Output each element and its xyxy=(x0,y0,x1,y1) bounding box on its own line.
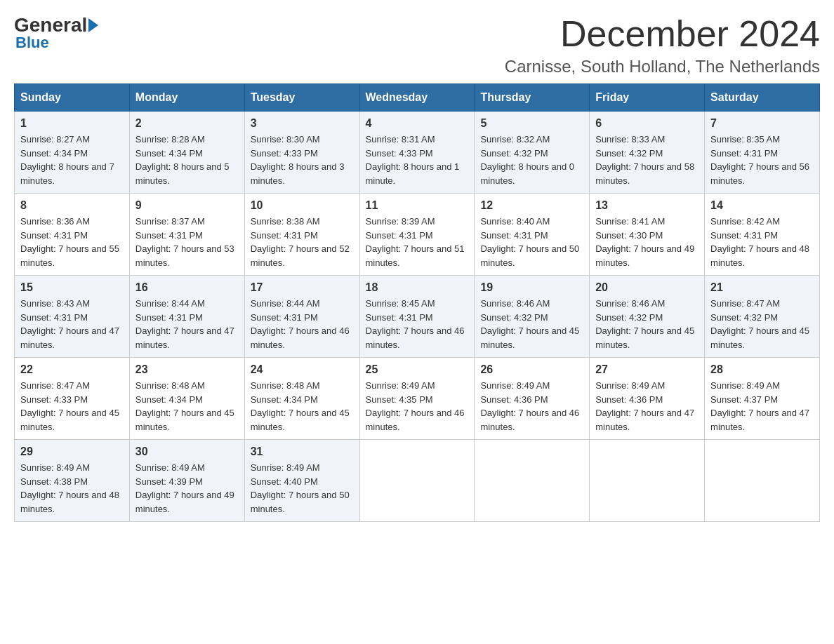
calendar-cell: 13 Sunrise: 8:41 AM Sunset: 4:30 PM Dayl… xyxy=(590,194,705,276)
month-title: December 2024 xyxy=(505,14,820,54)
day-info: Sunrise: 8:39 AM Sunset: 4:31 PM Dayligh… xyxy=(366,215,469,269)
day-number: 7 xyxy=(710,117,814,130)
day-info: Sunrise: 8:49 AM Sunset: 4:36 PM Dayligh… xyxy=(595,379,699,434)
calendar-week-row: 8 Sunrise: 8:36 AM Sunset: 4:31 PM Dayli… xyxy=(15,194,820,276)
day-info: Sunrise: 8:48 AM Sunset: 4:34 PM Dayligh… xyxy=(251,379,354,434)
day-info: Sunrise: 8:49 AM Sunset: 4:36 PM Dayligh… xyxy=(480,379,583,434)
page-header: General Blue December 2024 Carnisse, Sou… xyxy=(14,14,820,76)
day-number: 5 xyxy=(480,117,583,130)
day-info: Sunrise: 8:41 AM Sunset: 4:30 PM Dayligh… xyxy=(595,215,699,269)
calendar-cell: 14 Sunrise: 8:42 AM Sunset: 4:31 PM Dayl… xyxy=(705,194,820,276)
header-wednesday: Wednesday xyxy=(359,84,475,112)
calendar-cell: 31 Sunrise: 8:49 AM Sunset: 4:40 PM Dayl… xyxy=(244,440,359,522)
day-info: Sunrise: 8:49 AM Sunset: 4:37 PM Dayligh… xyxy=(710,379,814,434)
day-number: 29 xyxy=(20,445,124,458)
header-friday: Friday xyxy=(590,84,705,112)
day-number: 21 xyxy=(710,281,814,294)
day-info: Sunrise: 8:27 AM Sunset: 4:34 PM Dayligh… xyxy=(20,133,124,187)
calendar-cell: 28 Sunrise: 8:49 AM Sunset: 4:37 PM Dayl… xyxy=(705,358,820,440)
calendar-cell: 19 Sunrise: 8:46 AM Sunset: 4:32 PM Dayl… xyxy=(475,276,590,358)
day-number: 6 xyxy=(595,117,699,130)
calendar-cell: 8 Sunrise: 8:36 AM Sunset: 4:31 PM Dayli… xyxy=(15,194,130,276)
day-number: 16 xyxy=(135,281,239,294)
day-number: 23 xyxy=(135,363,239,376)
day-number: 9 xyxy=(135,199,239,212)
header-sunday: Sunday xyxy=(15,84,130,112)
calendar-week-row: 15 Sunrise: 8:43 AM Sunset: 4:31 PM Dayl… xyxy=(15,276,820,358)
day-number: 28 xyxy=(710,363,814,376)
calendar-cell xyxy=(475,440,590,522)
day-info: Sunrise: 8:46 AM Sunset: 4:32 PM Dayligh… xyxy=(595,297,699,351)
calendar-cell: 17 Sunrise: 8:44 AM Sunset: 4:31 PM Dayl… xyxy=(244,276,359,358)
header-saturday: Saturday xyxy=(705,84,820,112)
calendar-cell: 20 Sunrise: 8:46 AM Sunset: 4:32 PM Dayl… xyxy=(590,276,705,358)
calendar-cell: 5 Sunrise: 8:32 AM Sunset: 4:32 PM Dayli… xyxy=(475,112,590,194)
calendar-cell: 11 Sunrise: 8:39 AM Sunset: 4:31 PM Dayl… xyxy=(359,194,475,276)
day-info: Sunrise: 8:47 AM Sunset: 4:32 PM Dayligh… xyxy=(710,297,814,351)
day-number: 14 xyxy=(710,199,814,212)
day-info: Sunrise: 8:33 AM Sunset: 4:32 PM Dayligh… xyxy=(595,133,699,187)
calendar-cell: 1 Sunrise: 8:27 AM Sunset: 4:34 PM Dayli… xyxy=(15,112,130,194)
day-info: Sunrise: 8:37 AM Sunset: 4:31 PM Dayligh… xyxy=(135,215,239,269)
day-number: 25 xyxy=(366,363,469,376)
day-number: 17 xyxy=(251,281,354,294)
calendar-cell: 12 Sunrise: 8:40 AM Sunset: 4:31 PM Dayl… xyxy=(475,194,590,276)
day-info: Sunrise: 8:45 AM Sunset: 4:31 PM Dayligh… xyxy=(366,297,469,351)
calendar-cell: 15 Sunrise: 8:43 AM Sunset: 4:31 PM Dayl… xyxy=(15,276,130,358)
header-thursday: Thursday xyxy=(475,84,590,112)
calendar-cell: 2 Sunrise: 8:28 AM Sunset: 4:34 PM Dayli… xyxy=(129,112,244,194)
day-number: 30 xyxy=(135,445,239,458)
day-number: 24 xyxy=(251,363,354,376)
calendar-cell: 10 Sunrise: 8:38 AM Sunset: 4:31 PM Dayl… xyxy=(244,194,359,276)
day-info: Sunrise: 8:43 AM Sunset: 4:31 PM Dayligh… xyxy=(20,297,124,351)
logo: General Blue xyxy=(14,14,100,52)
logo-blue-text: Blue xyxy=(15,34,49,52)
day-info: Sunrise: 8:49 AM Sunset: 4:40 PM Dayligh… xyxy=(251,461,354,516)
day-number: 19 xyxy=(480,281,583,294)
day-number: 13 xyxy=(595,199,699,212)
day-number: 26 xyxy=(480,363,583,376)
day-info: Sunrise: 8:48 AM Sunset: 4:34 PM Dayligh… xyxy=(135,379,239,434)
title-area: December 2024 Carnisse, South Holland, T… xyxy=(505,14,820,76)
day-number: 3 xyxy=(251,117,354,130)
day-info: Sunrise: 8:42 AM Sunset: 4:31 PM Dayligh… xyxy=(710,215,814,269)
calendar-table: Sunday Monday Tuesday Wednesday Thursday… xyxy=(14,83,820,522)
day-info: Sunrise: 8:49 AM Sunset: 4:35 PM Dayligh… xyxy=(366,379,469,434)
calendar-cell: 21 Sunrise: 8:47 AM Sunset: 4:32 PM Dayl… xyxy=(705,276,820,358)
calendar-cell: 4 Sunrise: 8:31 AM Sunset: 4:33 PM Dayli… xyxy=(359,112,475,194)
calendar-cell: 26 Sunrise: 8:49 AM Sunset: 4:36 PM Dayl… xyxy=(475,358,590,440)
day-info: Sunrise: 8:47 AM Sunset: 4:33 PM Dayligh… xyxy=(20,379,124,434)
calendar-cell: 22 Sunrise: 8:47 AM Sunset: 4:33 PM Dayl… xyxy=(15,358,130,440)
day-number: 11 xyxy=(366,199,469,212)
day-info: Sunrise: 8:44 AM Sunset: 4:31 PM Dayligh… xyxy=(251,297,354,351)
calendar-cell: 3 Sunrise: 8:30 AM Sunset: 4:33 PM Dayli… xyxy=(244,112,359,194)
day-number: 2 xyxy=(135,117,239,130)
calendar-cell: 24 Sunrise: 8:48 AM Sunset: 4:34 PM Dayl… xyxy=(244,358,359,440)
day-info: Sunrise: 8:46 AM Sunset: 4:32 PM Dayligh… xyxy=(480,297,583,351)
calendar-header-row: Sunday Monday Tuesday Wednesday Thursday… xyxy=(15,84,820,112)
calendar-cell: 18 Sunrise: 8:45 AM Sunset: 4:31 PM Dayl… xyxy=(359,276,475,358)
calendar-week-row: 22 Sunrise: 8:47 AM Sunset: 4:33 PM Dayl… xyxy=(15,358,820,440)
day-number: 12 xyxy=(480,199,583,212)
day-info: Sunrise: 8:31 AM Sunset: 4:33 PM Dayligh… xyxy=(366,133,469,187)
calendar-cell: 6 Sunrise: 8:33 AM Sunset: 4:32 PM Dayli… xyxy=(590,112,705,194)
day-info: Sunrise: 8:44 AM Sunset: 4:31 PM Dayligh… xyxy=(135,297,239,351)
calendar-week-row: 29 Sunrise: 8:49 AM Sunset: 4:38 PM Dayl… xyxy=(15,440,820,522)
calendar-cell: 7 Sunrise: 8:35 AM Sunset: 4:31 PM Dayli… xyxy=(705,112,820,194)
day-info: Sunrise: 8:28 AM Sunset: 4:34 PM Dayligh… xyxy=(135,133,239,187)
day-info: Sunrise: 8:36 AM Sunset: 4:31 PM Dayligh… xyxy=(20,215,124,269)
header-tuesday: Tuesday xyxy=(244,84,359,112)
day-info: Sunrise: 8:32 AM Sunset: 4:32 PM Dayligh… xyxy=(480,133,583,187)
day-number: 8 xyxy=(20,199,124,212)
day-number: 20 xyxy=(595,281,699,294)
day-number: 4 xyxy=(366,117,469,130)
day-info: Sunrise: 8:49 AM Sunset: 4:38 PM Dayligh… xyxy=(20,461,124,516)
day-info: Sunrise: 8:35 AM Sunset: 4:31 PM Dayligh… xyxy=(710,133,814,187)
day-info: Sunrise: 8:38 AM Sunset: 4:31 PM Dayligh… xyxy=(251,215,354,269)
day-info: Sunrise: 8:49 AM Sunset: 4:39 PM Dayligh… xyxy=(135,461,239,516)
calendar-cell xyxy=(705,440,820,522)
calendar-week-row: 1 Sunrise: 8:27 AM Sunset: 4:34 PM Dayli… xyxy=(15,112,820,194)
day-number: 18 xyxy=(366,281,469,294)
calendar-cell: 16 Sunrise: 8:44 AM Sunset: 4:31 PM Dayl… xyxy=(129,276,244,358)
calendar-cell: 30 Sunrise: 8:49 AM Sunset: 4:39 PM Dayl… xyxy=(129,440,244,522)
